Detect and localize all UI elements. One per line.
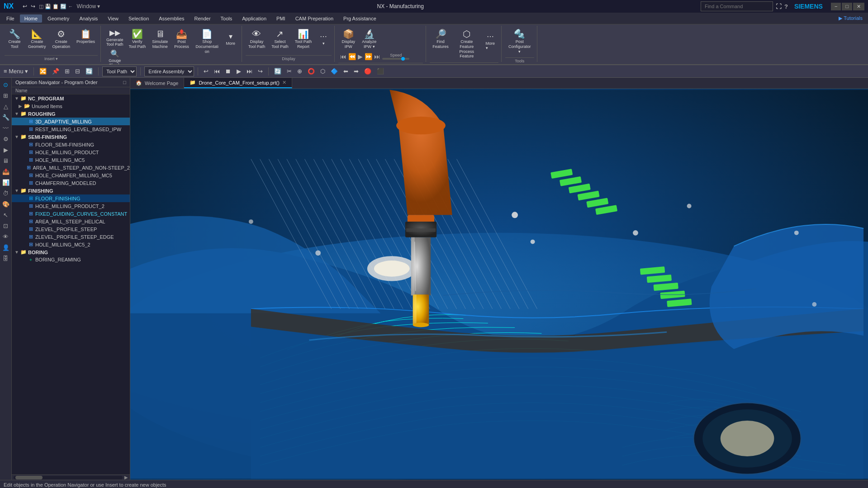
- playback-ffwd-icon[interactable]: ⏩: [365, 53, 372, 60]
- nav-item-hole-mc5[interactable]: ⊞ HOLE_MILLING_MC5: [12, 156, 130, 164]
- side-db-icon[interactable]: 🗄: [1, 253, 11, 263]
- menu-home[interactable]: Home: [20, 14, 42, 23]
- nav-item-rest-milling[interactable]: ⊞ REST_MILLING_LEVEL_BASED_IPW: [12, 125, 130, 133]
- tab-welcome[interactable]: 🏠 Welcome Page: [130, 78, 184, 88]
- nav-item-zlevel-steep[interactable]: ⊞ ZLEVEL_PROFILE_STEEP: [12, 225, 130, 233]
- side-post-icon[interactable]: 📤: [1, 166, 11, 176]
- create-tool-button[interactable]: 🔧 CreateTool: [5, 28, 24, 51]
- verify-toolpath-button[interactable]: ✅ VerifyTool Path: [126, 28, 149, 51]
- op-nav-maximize[interactable]: □: [123, 80, 126, 85]
- window-label[interactable]: Window ▾: [76, 3, 100, 9]
- menu-toggle[interactable]: ≡ Menu ▾: [2, 67, 30, 76]
- display-toolpath-button[interactable]: 👁 DisplayTool Path: [246, 28, 268, 51]
- tb-icon4[interactable]: ⊟: [73, 67, 82, 76]
- tb-black[interactable]: ⬛: [375, 67, 386, 76]
- tb-icon5[interactable]: 🔄: [84, 67, 95, 76]
- tutorials-link[interactable]: ▶ Tutorials: [839, 15, 866, 21]
- tb-left[interactable]: ⬅: [342, 67, 350, 76]
- tb-snap[interactable]: 🔄: [272, 67, 283, 76]
- side-mach-icon[interactable]: 🖥: [1, 156, 11, 166]
- menu-geometry[interactable]: Geometry: [43, 14, 74, 23]
- op-nav-body[interactable]: ▼ 📁 NC_PROGRAM ▶ 📂 Unused Items ▼ 📁 ROUG…: [12, 95, 130, 474]
- tb-action2[interactable]: ⏮: [212, 67, 222, 76]
- scroll-right-btn[interactable]: ▶: [124, 475, 128, 480]
- create-operation-button[interactable]: ⚙ CreateOperation: [50, 28, 73, 51]
- nav-item-zlevel-edge[interactable]: ⊞ ZLEVEL_PROFILE_STEEP_EDGE: [12, 233, 130, 241]
- display-more-button[interactable]: ⋯ ▾: [315, 28, 332, 47]
- select-toolpath-button[interactable]: ↗ SelectTool Path: [269, 28, 291, 51]
- tb-hex[interactable]: ⬡: [318, 67, 327, 76]
- simulate-machine-button[interactable]: 🖥 SimulateMachine: [149, 28, 171, 51]
- menu-prg-assist[interactable]: Prg Assistance: [339, 14, 381, 23]
- nav-item-floor-fin[interactable]: ⊞ FLOOR_FINISHING: [12, 194, 130, 202]
- properties-button[interactable]: 📋 Properties: [74, 28, 98, 46]
- tb-icon1[interactable]: 🔀: [38, 67, 48, 76]
- menu-analysis[interactable]: Analysis: [75, 14, 102, 23]
- post-configurator-button[interactable]: 🔩 PostConfigurator ▾: [505, 28, 534, 56]
- tb-right[interactable]: ➡: [352, 67, 360, 76]
- gouge-check-button[interactable]: 🔍 GougeCheck: [104, 48, 125, 64]
- create-geometry-button[interactable]: 📐 CreateGeometry: [25, 28, 49, 51]
- maximize-button[interactable]: □: [842, 3, 852, 10]
- tb-action3[interactable]: ⏹: [223, 67, 233, 76]
- playback-prev-icon[interactable]: ⏮: [340, 53, 346, 60]
- menu-view[interactable]: View: [103, 14, 123, 23]
- nav-item-nc-program[interactable]: ▼ 📁 NC_PROGRAM: [12, 95, 130, 102]
- menu-pmi[interactable]: PMI: [272, 14, 290, 23]
- nav-item-boring[interactable]: ▼ 📁 BORING: [12, 248, 130, 256]
- side-tool-icon[interactable]: 🔧: [1, 112, 11, 122]
- side-geom-icon[interactable]: △: [1, 101, 11, 111]
- menu-render[interactable]: Render: [190, 14, 215, 23]
- tab-drone[interactable]: 📁 Drone_Core_CAM_Front_setup.prt() ✕: [184, 78, 292, 88]
- side-settings-icon[interactable]: ⚙: [1, 134, 11, 144]
- tb-ring[interactable]: ⭕: [306, 67, 317, 76]
- close-button[interactable]: ✕: [853, 3, 864, 10]
- nav-item-adaptive[interactable]: ⊞ 3D_ADAPTIVE_MILLING: [12, 118, 130, 125]
- side-clock-icon[interactable]: ⏱: [1, 188, 11, 198]
- tb-red[interactable]: 🔴: [362, 67, 373, 76]
- feature-more-button[interactable]: ⋯ More▾: [482, 28, 498, 51]
- menu-tools[interactable]: Tools: [216, 14, 237, 23]
- tb-action1[interactable]: ↩: [202, 67, 210, 76]
- fullscreen-icon[interactable]: ⛶: [776, 3, 782, 10]
- help-icon[interactable]: ?: [784, 3, 788, 10]
- tb-action5[interactable]: ⏭: [245, 67, 254, 76]
- side-user-icon[interactable]: 👤: [1, 242, 11, 252]
- tb-action6[interactable]: ↪: [256, 67, 265, 76]
- side-home-icon[interactable]: ⊙: [1, 80, 11, 90]
- toolpath-dropdown[interactable]: Tool Path: [102, 66, 137, 76]
- redo-icon[interactable]: ↪: [31, 3, 35, 9]
- tb-icon2[interactable]: 📌: [50, 67, 61, 76]
- nav-item-chamfer-mill[interactable]: ⊞ HOLE_CHAMFER_MILLING_MC5: [12, 171, 130, 179]
- nav-item-hole-prod2[interactable]: ⊞ HOLE_MILLING_PRODUCT_2: [12, 202, 130, 210]
- speed-slider[interactable]: [382, 58, 409, 60]
- tb-diamond[interactable]: 🔷: [329, 67, 340, 76]
- nav-item-hole-prod[interactable]: ⊞ HOLE_MILLING_PRODUCT: [12, 148, 130, 156]
- shop-doc-button[interactable]: 📄 ShopDocumentation: [193, 28, 222, 56]
- undo-icon[interactable]: ↩: [23, 3, 27, 9]
- nav-item-fixed-guiding[interactable]: ⊞ FIXED_GUIDING_CURVES_CONSTANT: [12, 210, 130, 218]
- side-path-icon[interactable]: 〰: [1, 123, 11, 133]
- nav-item-semi-finish[interactable]: ▼ 📁 SEMI-FINISHING: [12, 133, 130, 141]
- side-layers-icon[interactable]: ⊞: [1, 90, 11, 100]
- side-analyze-icon[interactable]: 📊: [1, 177, 11, 187]
- nav-item-hole-mc5-2[interactable]: ⊞ HOLE_MILLING_MC5_2: [12, 241, 130, 248]
- post-process-button[interactable]: 📤 PostProcess: [171, 28, 192, 51]
- tb-icon3[interactable]: ⊞: [63, 67, 71, 76]
- tb-circle[interactable]: ⊕: [295, 67, 304, 76]
- menu-file[interactable]: File: [2, 14, 19, 23]
- nav-item-roughing[interactable]: ▼ 📁 ROUGHING: [12, 110, 130, 118]
- playback-play-icon[interactable]: ▶: [358, 53, 363, 60]
- side-cursor-icon[interactable]: ↖: [1, 210, 11, 220]
- menu-selection[interactable]: Selection: [124, 14, 153, 23]
- playback-rewind-icon[interactable]: ⏪: [348, 53, 356, 60]
- minimize-button[interactable]: −: [831, 3, 841, 10]
- nav-item-finishing[interactable]: ▼ 📁 FINISHING: [12, 187, 130, 194]
- nav-scrollbar[interactable]: ▶: [12, 474, 130, 480]
- command-search[interactable]: [701, 1, 773, 11]
- nav-item-unused[interactable]: ▶ 📂 Unused Items: [12, 102, 130, 110]
- menu-application[interactable]: Application: [237, 14, 271, 23]
- nav-item-area-mill[interactable]: ⊞ AREA_MILL_STEEP_AND_NON-STEEP_2: [12, 164, 130, 171]
- viewport-canvas[interactable]: [130, 89, 868, 480]
- actions-more-button[interactable]: ▾ More: [223, 28, 239, 47]
